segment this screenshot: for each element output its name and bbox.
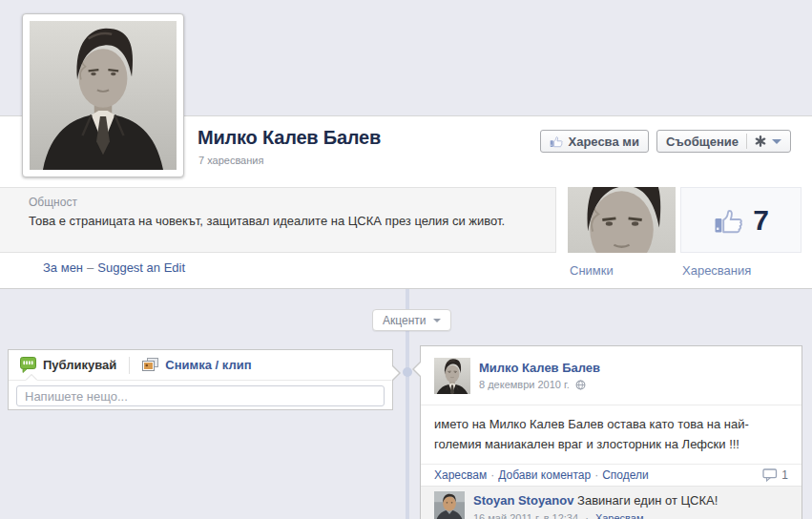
timeline-dot [403,367,412,377]
likes-link[interactable]: Харесвания [682,263,751,278]
post-pointer-fill [414,362,422,377]
message-settings-button-group: Съобщение [656,130,791,153]
photos-link-label[interactable]: Снимки [570,263,614,278]
post-meta: 8 декември 2010 г. [479,379,600,390]
post-comments: Stoyan Stoyanov Завинаги един от ЦСКА! 1… [421,486,802,519]
thumb-up-icon-large [713,205,744,235]
about-link[interactable]: За мен [43,260,83,275]
profile-picture-frame[interactable] [22,13,184,177]
button-divider [746,134,747,149]
photo-stack-icon [142,358,158,372]
comment-meta-separator: · [585,512,589,519]
tab-photo-video[interactable]: Снимка / клип [142,358,251,372]
about-links: За мен–Suggest an Edit [43,260,185,275]
photos-box[interactable] [568,187,676,253]
header-actions: Харесва ми Съобщение [540,130,791,153]
like-page-button-label: Харесва ми [568,135,638,149]
facebook-page: Милко Калев Балев 7 харесвания Харесва м… [0,0,812,519]
status-input[interactable] [16,385,385,406]
post-footer: Харесвам · Добави коментар · Сподели 1 [421,465,802,486]
composer-tabs: Публикувай Снимка / клип [9,350,392,381]
post-composer: Публикувай Снимка / клип [8,349,393,410]
tab-divider [129,357,130,374]
post-share-link[interactable]: Сподели [602,468,649,482]
timeline-post: Милко Калев Балев 8 декември 2010 г. име… [420,345,802,519]
globe-icon [575,380,586,390]
likes-link-label[interactable]: Харесвания [682,263,751,278]
likes-box[interactable]: 7 [680,187,802,253]
page-like-count: 7 харесвания [198,155,263,166]
tab-publish-label: Публикувай [43,358,116,372]
highlights-dropdown-label: Акценти [383,314,427,327]
message-button[interactable]: Съобщение [666,135,739,149]
page-category: Общност [29,196,546,209]
composer-pointer-fill [391,365,399,381]
chevron-down-icon [433,319,441,322]
post-header-text: Милко Калев Балев 8 декември 2010 г. [479,358,600,394]
chevron-down-icon[interactable] [772,139,781,144]
post-like-link[interactable]: Харесвам [434,468,487,482]
composer-notch [26,375,37,381]
like-page-button[interactable]: Харесва ми [540,130,648,153]
publish-icon [20,357,36,373]
suggest-edit-link[interactable]: Suggest an Edit [97,260,185,275]
post-comment-link[interactable]: Добави коментар [498,468,591,482]
thumb-up-icon [550,135,563,148]
about-links-separator: – [87,260,94,275]
highlights-dropdown[interactable]: Акценти [372,309,451,331]
post-header: Милко Калев Балев 8 декември 2010 г. [421,346,802,405]
footer-separator: · [594,468,598,482]
tab-publish[interactable]: Публикувай [20,357,116,373]
speech-bubble-icon [762,468,778,482]
comment-like-link[interactable]: Харесвам [595,512,644,519]
page-title: Милко Калев Балев [198,127,381,149]
comment-count: 1 [781,468,788,482]
post-message: името на Милко Калев Балев остава като т… [421,405,802,465]
comment-meta: 16 май 2011 г. в 12:34 · Харесвам [473,510,718,519]
profile-picture [30,21,177,170]
page-description: Това е страницата на човекът, защитавал … [29,214,546,228]
comment-date[interactable]: 16 май 2011 г. в 12:34 [473,512,578,519]
post-author-link[interactable]: Милко Калев Балев [479,361,600,375]
tab-photo-video-label: Снимка / клип [165,358,251,372]
comment-body: Stoyan Stoyanov Завинаги един от ЦСКА! 1… [473,491,718,519]
comment-author-avatar[interactable] [434,491,465,519]
comment-count-group[interactable]: 1 [762,468,788,482]
comment-text: Завинаги един от ЦСКА! [577,493,718,508]
comment-author-link[interactable]: Stoyan Stoyanov [473,493,573,508]
likes-count: 7 [753,204,769,237]
gear-icon[interactable] [755,135,766,147]
about-box: Общност Това е страницата на човекът, за… [0,187,556,253]
photos-link[interactable]: Снимки [570,263,614,278]
post-date[interactable]: 8 декември 2010 г. [479,379,570,390]
post-author-avatar[interactable] [434,358,470,394]
footer-separator: · [490,468,494,482]
